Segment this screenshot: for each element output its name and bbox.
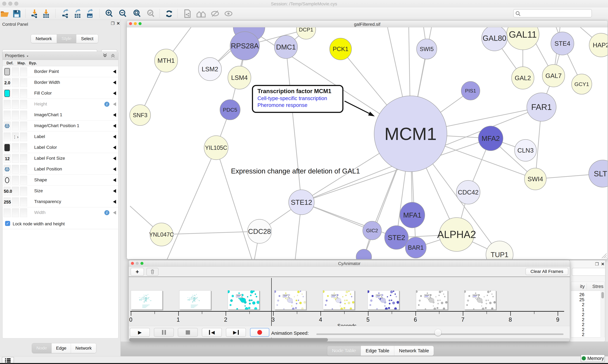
property-row-image-chart-position-1[interactable]: Image/Chart Position 1 [2,120,118,131]
open-folder-icon[interactable] [0,9,9,18]
default-cell[interactable]: 12 [4,154,11,163]
property-row-height[interactable]: Heighti [2,99,118,110]
default-cell[interactable] [4,132,11,141]
info-icon[interactable]: i [104,102,110,107]
network-node-MCM1[interactable]: MCM1 [374,96,447,172]
default-cell[interactable] [4,122,11,130]
timeline-scrollbar[interactable] [129,338,570,341]
default-cell[interactable] [4,165,11,174]
default-swatch[interactable] [4,90,10,97]
mapping-cell[interactable] [12,197,19,206]
network-canvas[interactable]: DCP1RPS28ADMC1PCK1SWI5GAL11GAL80STE4HAP2… [127,27,608,259]
network-node-LSM4[interactable]: LSM4 [228,66,251,89]
properties-header[interactable]: Properties [2,52,118,60]
export-table-icon[interactable] [73,9,82,18]
frame-thumbnail-5[interactable] [368,290,399,310]
network-node-MFA1[interactable]: MFA1 [400,202,425,228]
property-row-border-paint[interactable]: Border Paint [2,66,118,77]
expand-arrow-icon[interactable] [113,200,116,204]
table-cell[interactable]: 2 [571,332,584,337]
network-node-DMC1[interactable]: DMC1 [274,35,298,59]
skip-to-start-button[interactable]: ◀ [202,328,222,337]
stop-button[interactable] [178,328,198,337]
property-row-border-width[interactable]: 2.0Border Width [2,77,118,88]
resize-grip[interactable] [601,252,607,259]
network-node-CDC42[interactable]: CDC42 [456,181,480,204]
annotation-link[interactable]: Pheromone response [257,102,342,108]
clone-network-icon[interactable] [183,9,192,18]
import-network-icon[interactable] [30,9,39,18]
network-node-TUP1[interactable]: TUP1 [486,241,513,259]
clear-all-frames-button[interactable]: Clear All Frames [525,268,568,275]
column-divider[interactable] [587,283,587,289]
property-row-width[interactable]: Widthi [2,207,118,218]
table-cell[interactable]: 2 [571,312,584,317]
table-cell[interactable]: 2 [571,317,584,322]
show-icon[interactable] [224,9,233,18]
hide-icon[interactable] [211,9,220,18]
bypass-cell[interactable] [20,208,27,217]
memory-button[interactable]: Memory [581,354,605,362]
property-row-fill-color[interactable]: Fill Color [2,88,118,99]
table-cell[interactable]: 2 [571,322,584,327]
tab-network[interactable]: Network [31,35,57,43]
expand-arrow-icon[interactable] [113,189,116,193]
bypass-cell[interactable] [20,154,27,163]
expand-arrow-icon[interactable] [113,70,116,74]
zoom-fit-icon[interactable] [133,9,141,18]
play-button[interactable]: ▶ [130,328,150,337]
close-panel-icon[interactable]: ✕ [601,262,605,267]
default-value[interactable]: 2.0 [4,80,11,85]
bypass-cell[interactable] [20,132,27,141]
table-cell[interactable]: 1 [571,307,584,312]
bypass-cell[interactable] [20,165,27,174]
discrete-mapping-icon[interactable]: ⋮› [13,135,19,140]
search-box[interactable] [513,9,592,17]
default-swatch[interactable] [4,144,10,151]
record-button[interactable] [250,328,269,337]
bypass-cell[interactable] [20,89,27,98]
network-node-BAR1[interactable]: BAR1 [405,237,426,258]
home-icon[interactable] [196,9,205,18]
frame-thumbnail-6[interactable] [416,290,448,310]
network-node-RPS28A[interactable]: RPS28A [230,32,260,60]
default-value[interactable]: 12 [4,156,11,161]
frame-thumbnail-2[interactable] [228,290,259,310]
refresh-layout-icon[interactable] [165,9,174,18]
table-vertical-scrollbar[interactable] [601,291,604,338]
annotation-box[interactable]: Transcription factor MCM1 Cell-type-spec… [252,85,344,113]
delete-frame-button[interactable] [146,268,158,276]
frame-thumbnail-4[interactable] [323,290,355,310]
expand-all-icon[interactable] [102,53,108,59]
property-row-label-position[interactable]: Label Position [2,164,118,175]
bypass-cell[interactable] [20,67,27,76]
network-node-ALPHA2[interactable]: ALPHA2 [437,218,476,251]
table-cell[interactable]: 26 [571,292,584,297]
network-node-FAR1[interactable]: FAR1 [527,93,556,121]
table-cell[interactable]: 2 [571,327,584,332]
expand-arrow-icon[interactable] [113,113,116,117]
network-node-PDC5[interactable]: PDC5 [220,100,240,120]
float-panel-icon[interactable]: ❐ [111,21,114,26]
network-node-MFA2[interactable]: MFA2 [478,126,503,151]
network-edge[interactable] [165,148,216,259]
mapping-cell[interactable] [12,154,19,163]
mapping-cell[interactable]: ⋮› [12,132,19,141]
network-node-LSM2[interactable]: LSM2 [198,58,221,81]
frame-thumbnail-7[interactable] [464,290,496,310]
zoom-out-icon[interactable] [118,9,127,18]
mapping-cell[interactable] [12,89,19,98]
export-image-icon[interactable] [85,9,94,18]
expand-arrow-icon[interactable] [113,156,116,160]
network-node-STE2[interactable]: STE2 [385,226,408,249]
default-cell[interactable] [4,111,11,119]
network-node-STE4[interactable]: STE4 [551,32,574,55]
tab-edge[interactable]: Edge [52,343,71,353]
property-row-size[interactable]: 50.0Size [2,186,118,196]
export-network-icon[interactable] [61,9,70,18]
table-toolbar-button[interactable] [572,268,606,276]
panel-list-button[interactable] [2,357,14,364]
expand-arrow-icon[interactable] [113,102,116,106]
tab-edge-table[interactable]: Edge Table [361,346,394,356]
default-value[interactable]: 255 [4,200,11,205]
